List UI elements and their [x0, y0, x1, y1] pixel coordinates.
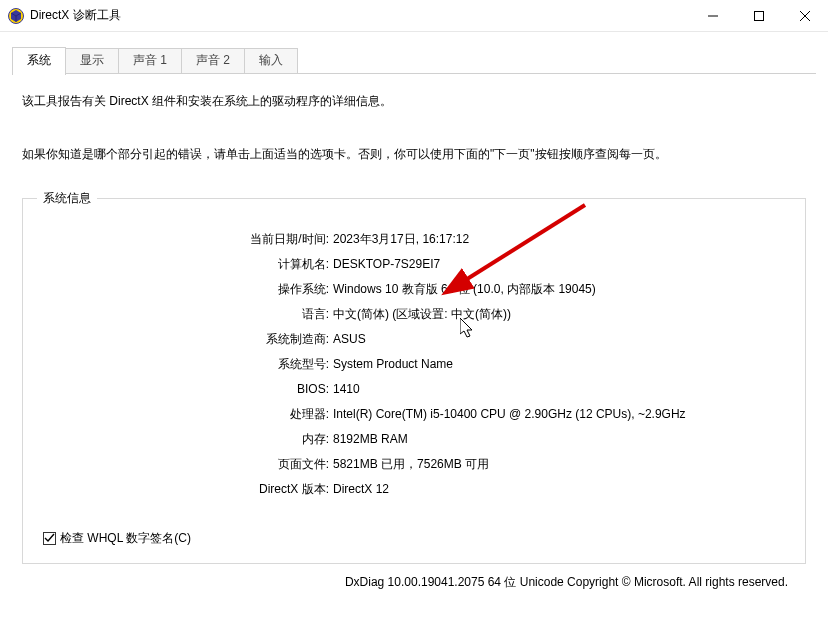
label-processor: 处理器: — [43, 402, 333, 427]
label-model: 系统型号: — [43, 352, 333, 377]
tab-system[interactable]: 系统 — [12, 47, 66, 75]
row-datetime: 当前日期/时间: 2023年3月17日, 16:17:12 — [43, 227, 785, 252]
window-title: DirectX 诊断工具 — [30, 7, 121, 24]
label-pagefile: 页面文件: — [43, 452, 333, 477]
tabs: 系统 显示 声音 1 声音 2 输入 — [0, 32, 828, 74]
window-controls — [690, 0, 828, 31]
row-computername: 计算机名: DESKTOP-7S29EI7 — [43, 252, 785, 277]
label-bios: BIOS: — [43, 377, 333, 402]
tab-sound2[interactable]: 声音 2 — [181, 48, 245, 74]
row-os: 操作系统: Windows 10 教育版 64 位 (10.0, 内部版本 19… — [43, 277, 785, 302]
tab-label: 声音 1 — [133, 53, 167, 67]
tab-sound1[interactable]: 声音 1 — [118, 48, 182, 74]
fieldset-legend: 系统信息 — [37, 190, 97, 207]
tab-content: 该工具报告有关 DirectX 组件和安装在系统上的驱动程序的详细信息。 如果你… — [0, 74, 828, 591]
label-datetime: 当前日期/时间: — [43, 227, 333, 252]
value-directx: DirectX 12 — [333, 477, 785, 502]
row-directx: DirectX 版本: DirectX 12 — [43, 477, 785, 502]
row-manufacturer: 系统制造商: ASUS — [43, 327, 785, 352]
tab-label: 系统 — [27, 53, 51, 67]
system-info-fieldset: 系统信息 当前日期/时间: 2023年3月17日, 16:17:12 计算机名:… — [22, 198, 806, 564]
maximize-button[interactable] — [736, 0, 782, 31]
app-icon — [8, 8, 24, 24]
value-processor: Intel(R) Core(TM) i5-10400 CPU @ 2.90GHz… — [333, 402, 785, 427]
row-model: 系统型号: System Product Name — [43, 352, 785, 377]
checkbox-icon — [43, 532, 56, 545]
tab-label: 输入 — [259, 53, 283, 67]
footer-text: DxDiag 10.00.19041.2075 64 位 Unicode Cop… — [22, 564, 806, 591]
close-button[interactable] — [782, 0, 828, 31]
system-info-grid: 当前日期/时间: 2023年3月17日, 16:17:12 计算机名: DESK… — [43, 227, 785, 502]
label-directx: DirectX 版本: — [43, 477, 333, 502]
row-language: 语言: 中文(简体) (区域设置: 中文(简体)) — [43, 302, 785, 327]
row-processor: 处理器: Intel(R) Core(TM) i5-10400 CPU @ 2.… — [43, 402, 785, 427]
label-memory: 内存: — [43, 427, 333, 452]
tab-label: 显示 — [80, 53, 104, 67]
label-computername: 计算机名: — [43, 252, 333, 277]
whql-checkbox-row[interactable]: 检查 WHQL 数字签名(C) — [43, 530, 785, 547]
value-memory: 8192MB RAM — [333, 427, 785, 452]
value-pagefile: 5821MB 已用，7526MB 可用 — [333, 452, 785, 477]
value-computername: DESKTOP-7S29EI7 — [333, 252, 785, 277]
value-bios: 1410 — [333, 377, 785, 402]
intro-line1: 该工具报告有关 DirectX 组件和安装在系统上的驱动程序的详细信息。 — [22, 92, 806, 111]
row-bios: BIOS: 1410 — [43, 377, 785, 402]
tab-label: 声音 2 — [196, 53, 230, 67]
value-language: 中文(简体) (区域设置: 中文(简体)) — [333, 302, 785, 327]
value-datetime: 2023年3月17日, 16:17:12 — [333, 227, 785, 252]
value-model: System Product Name — [333, 352, 785, 377]
whql-label: 检查 WHQL 数字签名(C) — [60, 530, 191, 547]
intro-text: 该工具报告有关 DirectX 组件和安装在系统上的驱动程序的详细信息。 如果你… — [22, 92, 806, 164]
label-language: 语言: — [43, 302, 333, 327]
minimize-button[interactable] — [690, 0, 736, 31]
titlebar: DirectX 诊断工具 — [0, 0, 828, 32]
row-memory: 内存: 8192MB RAM — [43, 427, 785, 452]
row-pagefile: 页面文件: 5821MB 已用，7526MB 可用 — [43, 452, 785, 477]
tab-display[interactable]: 显示 — [65, 48, 119, 74]
label-os: 操作系统: — [43, 277, 333, 302]
tab-input[interactable]: 输入 — [244, 48, 298, 74]
value-manufacturer: ASUS — [333, 327, 785, 352]
label-manufacturer: 系统制造商: — [43, 327, 333, 352]
intro-line2: 如果你知道是哪个部分引起的错误，请单击上面适当的选项卡。否则，你可以使用下面的"… — [22, 145, 806, 164]
value-os: Windows 10 教育版 64 位 (10.0, 内部版本 19045) — [333, 277, 785, 302]
svg-rect-2 — [755, 11, 764, 20]
